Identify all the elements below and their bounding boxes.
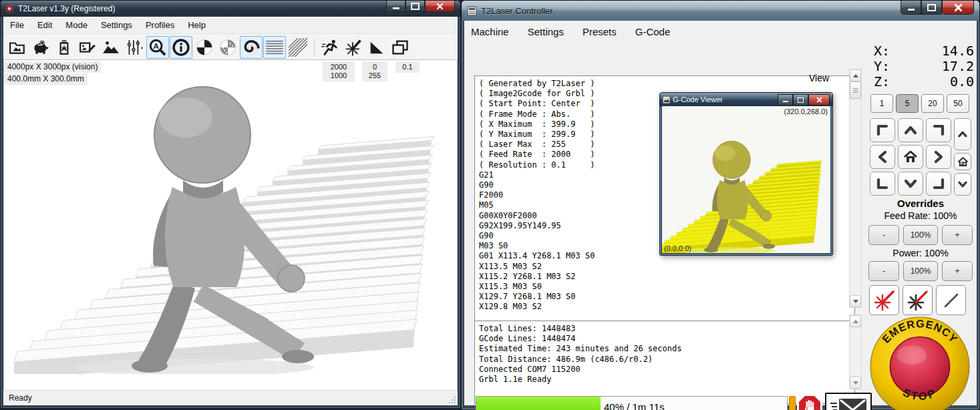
diagonal-lines-icon[interactable] (287, 36, 309, 59)
menu-gcode[interactable]: G-Code (626, 25, 680, 39)
feed-minus-button[interactable]: - (868, 225, 899, 245)
image-size-mm-label: 400.0mm X 300.0mm (4, 73, 88, 85)
feed-plus-button[interactable]: + (942, 225, 973, 245)
send-mail-button[interactable] (825, 393, 872, 410)
fast-run-icon[interactable] (319, 36, 341, 59)
toolbar-separator (314, 38, 315, 57)
scroll-up-arrow[interactable] (850, 69, 861, 81)
laser-on-button[interactable] (869, 285, 899, 315)
status-scrollbar[interactable] (849, 315, 862, 389)
power-reset-button[interactable]: 100% (903, 261, 938, 281)
feed-values-box[interactable]: 20001000 (323, 61, 355, 81)
jog-up-button[interactable] (898, 118, 923, 142)
status-scroll-up-arrow[interactable] (850, 315, 861, 327)
view-label[interactable]: View (809, 73, 829, 83)
menu-mode[interactable]: Mode (59, 17, 94, 33)
viewer-title: G-Code Viewer (673, 95, 723, 104)
minimize-button[interactable] (386, 1, 405, 12)
adjustment-sliders-icon[interactable] (123, 36, 146, 59)
laser-burst-icon[interactable] (342, 36, 365, 59)
dro-z: Z:0.0 (874, 73, 974, 89)
play-triangle-icon[interactable] (365, 36, 388, 59)
close-button[interactable] (425, 1, 455, 12)
viewer-close-button[interactable] (808, 94, 830, 106)
progress-fill (476, 397, 601, 410)
step-20-button[interactable]: 20 (921, 94, 944, 113)
status-text: Ready (9, 393, 32, 403)
controller-status-box[interactable]: Total Lines: 1448483 GCode Lines: 144847… (474, 321, 855, 404)
z-down-button[interactable] (954, 173, 971, 196)
controller-maximize-button[interactable] (921, 1, 942, 15)
controller-menu-bar: Machine Settings Presets G-Code (464, 21, 977, 41)
home-button[interactable] (898, 145, 923, 169)
viewer-max-coord: (320.0,268.0) (784, 108, 828, 116)
power-minus-button[interactable]: - (868, 261, 899, 281)
stairs-art (4, 60, 456, 374)
dro-y-value: 17.2 (942, 58, 974, 74)
jog-down-button[interactable] (898, 172, 923, 196)
menu-help[interactable]: Help (181, 17, 212, 33)
menu-file[interactable]: File (3, 17, 31, 33)
step-1-button[interactable]: 1 (870, 94, 893, 113)
menu-controller-settings[interactable]: Settings (518, 25, 573, 39)
work-canvas: 4000px X 3000px (vision) 400.0mm X 300.0… (3, 59, 458, 391)
viewer-maximize-button[interactable] (793, 94, 808, 106)
menu-presets[interactable]: Presets (573, 25, 626, 39)
laser-app-icon (5, 4, 14, 13)
feed-reset-button[interactable]: 100% (903, 225, 938, 245)
viewer-minimize-button[interactable] (778, 94, 793, 106)
save-piggy-bank-icon[interactable] (29, 36, 52, 59)
halftone-circle-icon[interactable] (193, 36, 216, 59)
jog-up-left-button[interactable] (870, 118, 895, 142)
controller-minimize-button[interactable] (901, 1, 921, 15)
line-test-button[interactable] (936, 285, 966, 315)
z-up-button[interactable] (954, 118, 971, 150)
controller-window-title: T2Laser Controller (481, 6, 553, 16)
progress-label: 40% / 1m 11s (604, 397, 665, 410)
resolution-box[interactable]: 0.1 (395, 61, 420, 73)
text-zoom-icon[interactable]: A (146, 36, 169, 59)
edit-image-icon[interactable] (76, 36, 99, 59)
laser-off-button[interactable] (903, 285, 933, 315)
menu-edit[interactable]: Edit (31, 17, 59, 33)
stop-hand-icon (798, 395, 822, 410)
stop-hand-button[interactable] (797, 394, 822, 410)
jog-right-button[interactable] (926, 145, 951, 169)
power-plus-button[interactable]: + (942, 261, 973, 281)
jog-down-left-button[interactable] (870, 172, 895, 196)
image-icon[interactable] (100, 36, 122, 59)
scroll-down-arrow[interactable] (850, 295, 861, 307)
menu-profiles[interactable]: Profiles (139, 17, 181, 33)
usb-send-icon[interactable] (53, 36, 75, 59)
maximize-button[interactable] (405, 1, 425, 12)
emergency-stop-button[interactable]: EMERGENCY STOP (869, 316, 971, 410)
info-icon[interactable] (170, 36, 192, 59)
cascade-windows-icon[interactable] (389, 36, 412, 59)
z-home-button[interactable] (954, 153, 971, 170)
laser-off-icon (907, 289, 929, 312)
spiral-engrave-icon[interactable] (240, 36, 263, 59)
envelope-icon (829, 397, 868, 410)
menu-settings[interactable]: Settings (94, 17, 139, 33)
controller-close-button[interactable] (942, 1, 974, 15)
pause-indicator[interactable] (789, 396, 796, 410)
open-image-icon[interactable] (6, 36, 29, 59)
main-status-bar: Ready (3, 390, 458, 405)
gcode-viewer-window: G-Code Viewer (320.0,268.0) (0.0,0.0) (659, 92, 833, 256)
step-50-button[interactable]: 50 (947, 94, 969, 113)
status-scroll-down-arrow[interactable] (850, 377, 861, 389)
jog-up-right-button[interactable] (926, 118, 951, 142)
gcode-scrollbar[interactable] (849, 69, 862, 308)
jog-down-right-button[interactable] (926, 172, 951, 196)
step-5-button[interactable]: 5 (896, 94, 919, 113)
scroll-thumb[interactable] (850, 81, 861, 99)
power-values-box[interactable]: 0255 (362, 61, 387, 81)
jog-left-button[interactable] (870, 145, 895, 169)
feed-rate-label: Feed Rate: 100% (867, 210, 974, 221)
main-window-title: T2Laser v1.3y (Registered) (18, 4, 115, 13)
horizontal-lines-icon[interactable] (263, 36, 286, 59)
menu-machine[interactable]: Machine (470, 25, 518, 39)
viewer-canvas: (320.0,268.0) (0.0,0.0) (662, 106, 830, 253)
dither-circle-icon[interactable] (216, 36, 239, 59)
resize-grip[interactable] (448, 396, 456, 404)
